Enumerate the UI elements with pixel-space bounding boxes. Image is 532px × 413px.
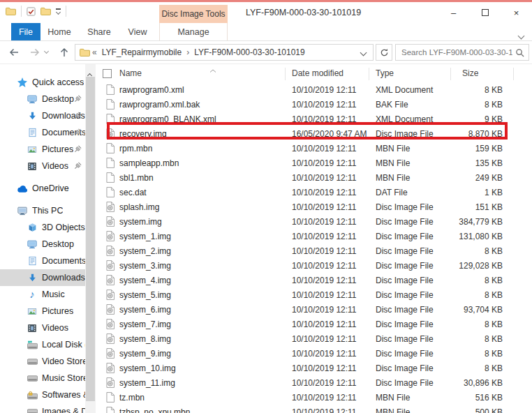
sidebar-item-desktop[interactable]: Desktop [0,236,85,253]
breadcrumb-parent-folder[interactable]: LYF_Repairmymobile [99,47,185,57]
sidebar-item-this-pc[interactable]: This PC [0,202,85,219]
file-icon [96,392,119,403]
table-row[interactable]: splash.img10/10/2019 12:11Disc Image Fil… [96,200,532,214]
sidebar-item-3d-objects[interactable]: 3D Objects [0,219,85,236]
file-type: Disc Image File [376,276,452,285]
column-divider[interactable] [450,68,451,80]
sidebar-item-desktop[interactable]: Desktop [0,91,85,107]
address-dropdown-chevron-icon[interactable] [361,47,366,57]
table-row[interactable]: system_6.img10/10/2019 12:11Disc Image F… [96,302,532,317]
maximize-icon [482,9,489,16]
up-button[interactable] [59,47,70,58]
column-header-date-modified[interactable]: Date modified [292,68,376,78]
tab-file[interactable]: File [11,23,40,40]
column-divider[interactable] [285,68,286,80]
sidebar-item-local-disk-c[interactable]: Local Disk (C [0,336,85,353]
file-icon [96,407,119,413]
select-all-checkbox[interactable] [103,69,112,78]
table-row[interactable]: system_1.img10/10/2019 12:11Disc Image F… [96,229,532,243]
refresh-button[interactable] [376,44,392,61]
address-bar[interactable]: « LYF_Repairmymobile › LYF-F90M-000-03-3… [75,44,374,61]
recent-locations-chevron-icon[interactable] [45,50,48,53]
expand-ribbon-chevron-icon[interactable] [519,29,524,41]
search-input[interactable] [396,48,515,57]
tab-share[interactable]: Share [82,23,116,40]
folder-icon[interactable] [6,7,16,15]
column-divider[interactable] [369,68,369,80]
breadcrumb-overflow[interactable]: « [90,47,99,57]
back-button[interactable] [8,47,20,58]
table-row[interactable]: system_3.img10/10/2019 12:11Disc Image F… [96,258,532,273]
table-row[interactable]: system_7.img10/10/2019 12:11Disc Image F… [96,317,532,331]
file-type: Disc Image File [376,363,452,373]
column-header-type[interactable]: Type [376,68,452,78]
file-size: 8 KB [452,100,513,110]
minimize-button[interactable]: – [438,2,469,23]
table-row[interactable]: system_5.img10/10/2019 12:11Disc Image F… [96,287,532,302]
file-type: Disc Image File [376,320,452,329]
table-row[interactable]: rawprogram0.xml10/10/2019 12:11XML Docum… [96,82,532,97]
sidebar-item-quick-access[interactable]: Quick access [0,74,85,91]
table-row[interactable]: recovery.img16/05/2020 9:47 AMDisc Image… [96,126,532,141]
sidebar-item-documents[interactable]: Documents [0,253,85,269]
file-date-modified: 10/10/2019 12:11 [292,276,376,285]
sidebar-item-videos[interactable]: Videos [0,158,85,174]
video-icon [27,162,38,171]
table-row[interactable]: tz.mbn10/10/2019 12:11MBN File516 KB [96,390,532,405]
file-size: 384,779 KB [452,217,513,227]
sidebar-item-downloads[interactable]: Downloads [0,107,85,124]
tab-home[interactable]: Home [45,23,74,40]
table-row[interactable]: system_8.img10/10/2019 12:11Disc Image F… [96,331,532,346]
sidebar-item-pictures[interactable]: Pictures [0,303,85,320]
file-size: 8 KB [452,246,513,256]
table-row[interactable]: rpm.mbn10/10/2019 12:11MBN File159 KB [96,141,532,156]
main: Quick accessDesktopDownloadsDocumentsPic… [0,64,532,413]
table-row[interactable]: sec.dat10/10/2019 12:11DAT File1 KB [96,185,532,200]
table-row[interactable]: system_10.img10/10/2019 12:11Disc Image … [96,361,532,375]
table-row[interactable]: system_11.img10/10/2019 12:11Disc Image … [96,375,532,390]
pin-icon [74,162,82,172]
sidebar-item-video-store[interactable]: Video Store ( [0,353,85,370]
sidebar-item-onedrive[interactable]: OneDrive [0,180,85,197]
new-folder-icon[interactable] [40,7,51,15]
column-header-name[interactable]: Name [119,68,292,78]
column-header-size[interactable]: Size [452,68,513,78]
table-row[interactable]: system_4.img10/10/2019 12:11Disc Image F… [96,273,532,287]
table-row[interactable]: sampleapp.mbn10/10/2019 12:11MBN File135… [96,156,532,170]
disc-image-file-icon [96,275,119,285]
table-row[interactable]: sbl1.mbn10/10/2019 12:11MBN File249 KB [96,170,532,185]
table-row[interactable]: rawprogram0_BLANK.xml10/10/2019 12:11XML… [96,112,532,126]
table-row[interactable]: system_2.img10/10/2019 12:11Disc Image F… [96,243,532,258]
table-row[interactable]: system.img10/10/2019 12:11Disc Image Fil… [96,214,532,229]
sidebar-item-music[interactable]: ♪Music [0,286,85,303]
sidebar-item-videos[interactable]: Videos [0,320,85,336]
tab-manage[interactable]: Manage [159,23,228,40]
navigation-pane-scrollbar[interactable] [85,64,96,413]
sidebar-item-label: Downloads [42,273,85,283]
sidebar-item-label: Documents [42,256,85,266]
sidebar-item-music-store[interactable]: Music Store ( [0,370,85,386]
drive-icon [27,359,38,365]
breadcrumb-current-folder[interactable]: LYF-F90M-000-03-30-101019 [191,47,308,57]
file-type: Disc Image File [376,217,452,227]
search-icon[interactable] [515,48,524,57]
file-type: MBN File [376,144,452,153]
sidebar-item-softwares[interactable]: Softwares & [0,386,85,403]
close-button[interactable]: × [501,2,532,23]
sidebar-item-downloads[interactable]: Downloads [0,269,85,286]
properties-check-icon[interactable] [27,7,36,16]
sidebar-item-pictures[interactable]: Pictures [0,141,85,158]
maximize-button[interactable] [469,2,501,23]
sidebar-item-documents[interactable]: Documents [0,124,85,141]
sidebar-item-images-do[interactable]: Images & Do [0,403,85,413]
customize-toolbar-chevron-icon[interactable] [56,8,61,14]
forward-button[interactable] [29,47,40,58]
table-row[interactable]: system_9.img10/10/2019 12:11Disc Image F… [96,346,532,361]
column-divider[interactable] [513,68,514,80]
file-size: 129,028 KB [452,261,513,271]
table-row[interactable]: rawprogram0.xml.bak10/10/2019 12:11BAK F… [96,97,532,112]
tab-view[interactable]: View [121,23,154,40]
file-size: 9 KB [452,114,513,124]
table-row[interactable]: tzbsp_no_xpu.mbn10/10/2019 12:11MBN File… [96,405,532,413]
scrollbar-thumb[interactable] [86,77,95,401]
